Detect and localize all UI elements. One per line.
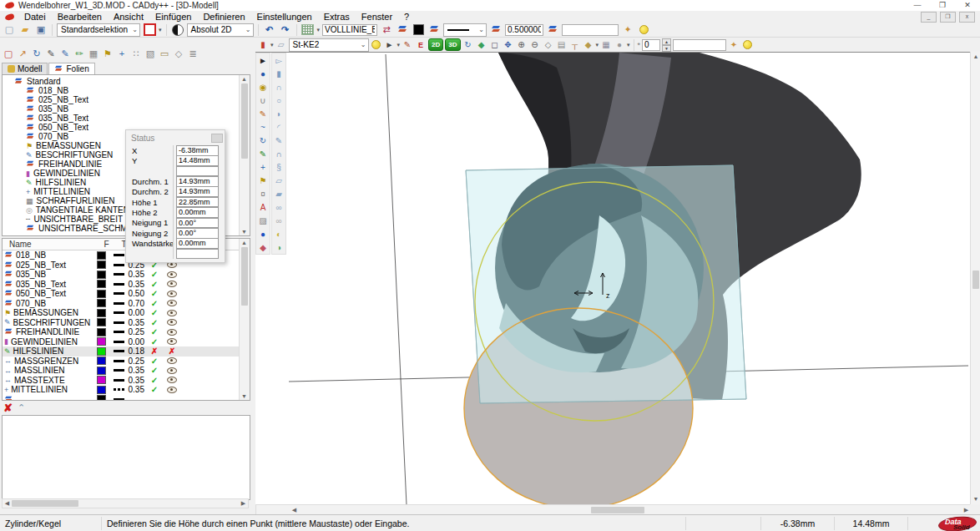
layer-visible-toggle[interactable] bbox=[163, 281, 181, 287]
sphere-icon[interactable] bbox=[171, 23, 184, 36]
layer-visible-toggle[interactable]: ✗ bbox=[163, 346, 181, 356]
pan-hand-icon[interactable]: ✥ bbox=[503, 39, 514, 51]
layer-linestyle[interactable] bbox=[110, 331, 128, 333]
grid-caret[interactable]: ▾ bbox=[317, 27, 321, 33]
status-field-value[interactable]: 22.85mm bbox=[176, 197, 219, 208]
text-a-icon[interactable]: A bbox=[256, 200, 270, 214]
color-arrows-icon[interactable]: ⇄ bbox=[380, 23, 393, 36]
pointer-pen-icon[interactable]: ► bbox=[384, 39, 396, 51]
pointer-outline-icon[interactable]: ▻ bbox=[272, 53, 285, 67]
layer-color-swatch[interactable] bbox=[93, 337, 110, 346]
layer-active-toggle[interactable]: ✓ bbox=[146, 337, 163, 346]
extra-input-2[interactable] bbox=[673, 39, 726, 51]
status-field-value[interactable]: 14.93mm bbox=[176, 176, 219, 187]
menu-einstellungen[interactable]: Einstellungen bbox=[251, 11, 318, 23]
layer-icon[interactable] bbox=[489, 23, 503, 36]
layer-visible-toggle[interactable] bbox=[163, 319, 181, 326]
layer-color-swatch[interactable] bbox=[93, 309, 110, 317]
status-field-value[interactable]: 0.00° bbox=[176, 218, 219, 229]
red-cube-caret[interactable]: ▾ bbox=[270, 42, 274, 48]
layer-visible-toggle[interactable] bbox=[163, 357, 181, 364]
black-swatch[interactable] bbox=[412, 23, 425, 36]
rings-icon[interactable]: ∞ bbox=[272, 200, 285, 214]
layer-linestyle[interactable] bbox=[110, 341, 128, 343]
ruler-icon[interactable]: ▭ bbox=[158, 48, 171, 60]
menu-extras[interactable]: Extras bbox=[318, 11, 356, 23]
pointer-icon[interactable]: ► bbox=[256, 53, 270, 67]
render-sphere-icon-caret[interactable]: ▾ bbox=[627, 42, 630, 48]
arc-icon[interactable]: ◜ bbox=[272, 120, 285, 134]
view-2d-button[interactable]: 2D bbox=[428, 38, 443, 51]
layer-linestyle[interactable] bbox=[110, 292, 128, 295]
tool-icon[interactable]: ¤ bbox=[256, 187, 270, 200]
layer-linestyle[interactable] bbox=[110, 360, 128, 362]
viewport-vscrollbar[interactable]: ▲ ▼ bbox=[970, 52, 980, 504]
layer-linestyle[interactable] bbox=[110, 350, 128, 352]
corner-icon[interactable]: ∷ bbox=[129, 48, 143, 60]
layer-visible-toggle[interactable] bbox=[163, 271, 181, 278]
layer-linestyle[interactable] bbox=[110, 302, 128, 305]
undo-icon[interactable]: ↶ bbox=[263, 23, 276, 36]
layer-row-HILFSLINIEN[interactable]: ✎HILFSLINIEN0.18✗✗ bbox=[3, 346, 250, 357]
layer-row-BEMASSUNGEN[interactable]: ⚑BEMASSUNGEN0.00✓ bbox=[3, 308, 250, 318]
layer-color-swatch[interactable] bbox=[93, 357, 110, 365]
line-width-input[interactable] bbox=[505, 24, 543, 36]
flag-icon[interactable]: ⚑ bbox=[101, 48, 114, 60]
status-field-value[interactable]: 14.93mm bbox=[176, 186, 219, 197]
layer-icon[interactable] bbox=[396, 23, 409, 36]
layer-row-FREIHANDLINIE[interactable]: FREIHANDLINIE0.25✓ bbox=[3, 327, 250, 337]
hatch-rect-icon[interactable]: ▨ bbox=[256, 214, 270, 227]
pen-orange-icon[interactable]: ✎ bbox=[256, 107, 270, 120]
chisel2-icon[interactable]: ▰ bbox=[272, 187, 285, 200]
layer-active-toggle[interactable]: ✓ bbox=[146, 289, 163, 298]
crosshair-icon[interactable]: + bbox=[256, 160, 270, 174]
menu-einfgen[interactable]: Einfügen bbox=[149, 11, 197, 23]
layer-linestyle[interactable] bbox=[110, 321, 128, 324]
layer-visible-toggle[interactable] bbox=[163, 338, 181, 345]
curve-icon[interactable]: ~ bbox=[256, 120, 270, 134]
restore-icon[interactable]: ⌃ bbox=[18, 402, 25, 413]
tree-item-035_NB_Text[interactable]: 035_NB_Text bbox=[3, 114, 250, 123]
layer-row-MASSTEXTE[interactable]: ↔MASSTEXTE0.35✓ bbox=[3, 376, 250, 386]
menu-definieren[interactable]: Definieren bbox=[197, 11, 250, 23]
open-folder-icon[interactable]: ▰ bbox=[18, 23, 32, 36]
chisel-icon[interactable]: ▱ bbox=[272, 174, 285, 187]
grid-box-icon[interactable]: ▧ bbox=[144, 48, 157, 60]
monitor-icon[interactable]: ▢ bbox=[2, 48, 15, 60]
layer-row-MITTELLINIEN[interactable]: +MITTELLINIEN0.35✓ bbox=[3, 385, 250, 395]
layer-color-swatch[interactable] bbox=[93, 386, 110, 394]
layer-linestyle[interactable] bbox=[110, 369, 128, 372]
grid-icon[interactable] bbox=[301, 23, 315, 36]
ring-icon[interactable]: ○ bbox=[272, 94, 285, 107]
menu-ansicht[interactable]: Ansicht bbox=[108, 11, 149, 23]
layer-active-toggle[interactable]: ✓ bbox=[146, 327, 163, 336]
cylinder-icon[interactable]: ▮ bbox=[272, 67, 285, 80]
angle-input[interactable] bbox=[642, 39, 660, 51]
status-field-value[interactable] bbox=[176, 166, 219, 177]
layer-color-swatch[interactable] bbox=[93, 367, 110, 375]
status-panel-button[interactable] bbox=[211, 134, 223, 143]
new-doc-icon[interactable]: ▢ bbox=[3, 23, 16, 36]
status-field-value[interactable] bbox=[176, 249, 219, 260]
status-field-value[interactable]: -6.38mm bbox=[176, 145, 219, 156]
layer-color-swatch[interactable] bbox=[93, 328, 110, 336]
apply-icon[interactable]: ✦ bbox=[621, 23, 634, 36]
rotate-icon[interactable]: ↻ bbox=[256, 134, 270, 147]
rotate-view-icon[interactable]: ↻ bbox=[462, 39, 474, 51]
delete-red-icon[interactable]: ✘ bbox=[3, 402, 13, 414]
tree-item-018_NB[interactable]: 018_NB bbox=[3, 86, 250, 95]
menu-?[interactable]: ? bbox=[398, 11, 415, 23]
pattern-icon[interactable]: ▦ bbox=[600, 39, 612, 51]
status-field-value[interactable]: 0.00mm bbox=[176, 207, 219, 218]
layer-visible-toggle[interactable] bbox=[163, 377, 181, 383]
red-cube-icon[interactable]: ▮ bbox=[257, 39, 269, 51]
viewport-3d[interactable]: z ►●◉∪✎~↻✎+⚑¤A▨●◆ ▻▮∩○◗◜✎∩§▱▰∞∞◐◑ bbox=[255, 52, 970, 505]
panel-hscrollbar[interactable]: ◀ ▶ bbox=[2, 498, 249, 508]
table-header-f[interactable]: F bbox=[98, 240, 115, 249]
layer-active-toggle[interactable]: ✓ bbox=[146, 308, 163, 317]
layer-active-toggle[interactable]: ✓ bbox=[146, 376, 163, 385]
sphere-green-icon[interactable]: ◑ bbox=[272, 240, 285, 254]
layer-row-050_NB_Text[interactable]: 050_NB_Text0.50✓ bbox=[3, 289, 250, 299]
layer-row-MASSGRENZEN[interactable]: ↔MASSGRENZEN0.25✓ bbox=[3, 357, 250, 367]
view-3d-button[interactable]: 3D bbox=[445, 38, 460, 51]
